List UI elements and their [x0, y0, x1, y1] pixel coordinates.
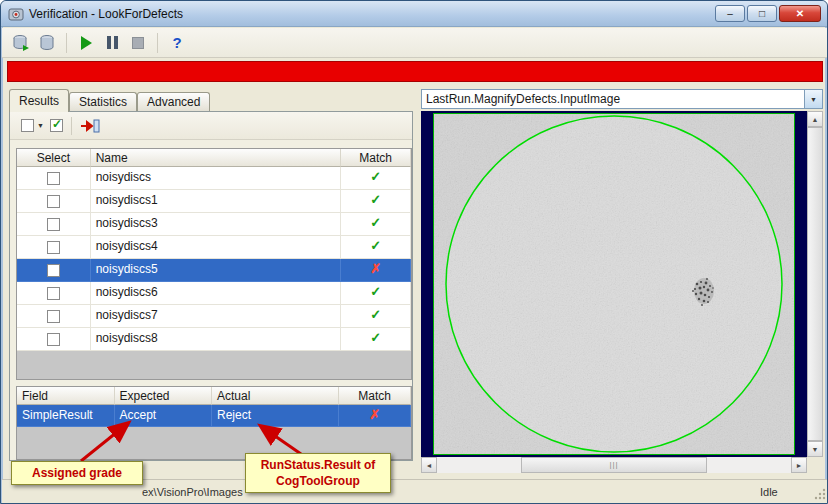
run-selected-records-button[interactable]: [77, 115, 103, 137]
status-state-text: Idle: [760, 486, 778, 498]
horizontal-scroll-thumb[interactable]: |||: [521, 457, 707, 473]
table-row[interactable]: noisydiscs8 ✓: [17, 328, 411, 351]
main-toolbar: ?: [2, 28, 828, 58]
record-name: noisydiscs4: [91, 236, 342, 259]
results-database-icon: [37, 33, 57, 53]
table-row[interactable]: noisydiscs4 ✓: [17, 236, 411, 259]
scroll-right-icon: ►: [796, 462, 803, 469]
scroll-left-icon: ◄: [426, 462, 433, 469]
results-tab-page: ▼ Select Name Match noisydiscs ✓: [9, 111, 413, 461]
chevron-down-icon: ▼: [810, 96, 817, 103]
vertical-scroll-thumb[interactable]: [807, 127, 823, 441]
select-cell: [17, 282, 91, 305]
row-checkbox[interactable]: [47, 218, 60, 231]
match-cell: ✓: [341, 190, 411, 213]
expected-value: Accept: [115, 405, 213, 427]
table-row[interactable]: noisydiscs ✓: [17, 167, 411, 190]
header-expected[interactable]: Expected: [115, 387, 213, 405]
maximize-button[interactable]: □: [747, 5, 777, 22]
tab-statistics[interactable]: Statistics: [69, 92, 137, 112]
app-icon: [8, 6, 24, 22]
checked-checkbox-icon: [50, 119, 63, 132]
match-cell: ✓: [341, 305, 411, 328]
pause-button[interactable]: [99, 31, 125, 55]
match-mark-icon: ✓: [370, 307, 381, 322]
help-icon: ?: [172, 34, 181, 51]
row-checkbox[interactable]: [47, 264, 60, 277]
close-button[interactable]: ✕: [779, 5, 821, 22]
horizontal-scrollbar[interactable]: ◄ ||| ►: [421, 457, 807, 473]
resize-grip[interactable]: [814, 488, 826, 502]
scroll-left-button[interactable]: ◄: [421, 457, 437, 473]
match-mark-icon: ✓: [370, 169, 381, 184]
combo-value: LastRun.MagnifyDefects.InputImage: [426, 92, 620, 106]
detail-row-selected[interactable]: SimpleResult Accept Reject ✗: [17, 405, 411, 427]
stop-icon: [132, 37, 144, 49]
select-all-dropdown-button[interactable]: ▼: [18, 115, 47, 137]
match-cell: ✓: [341, 167, 411, 190]
image-view-selector[interactable]: LastRun.MagnifyDefects.InputImage ▼: [421, 89, 823, 109]
run-button[interactable]: [73, 31, 99, 55]
match-mark-icon: ✓: [370, 215, 381, 230]
image-database-button[interactable]: [8, 31, 34, 55]
check-selected-button[interactable]: [47, 115, 66, 137]
tab-results[interactable]: Results: [9, 89, 69, 112]
scroll-up-icon: ▲: [812, 116, 819, 123]
table-row[interactable]: noisydiscs3 ✓: [17, 213, 411, 236]
match-cell: ✗: [341, 259, 411, 282]
table-row[interactable]: noisydiscs7 ✓: [17, 305, 411, 328]
help-button[interactable]: ?: [164, 31, 190, 55]
chevron-down-icon: ▼: [37, 122, 44, 129]
record-name: noisydiscs7: [91, 305, 342, 328]
results-table-header: Select Name Match: [17, 149, 411, 167]
checkbox-icon: [21, 119, 34, 132]
image-display[interactable]: [421, 111, 807, 457]
row-checkbox[interactable]: [47, 195, 60, 208]
match-mark-icon: ✗: [369, 407, 380, 422]
run-records-icon: [80, 118, 100, 134]
minimize-button[interactable]: –: [715, 5, 745, 22]
detail-table-header: Field Expected Actual Match: [17, 387, 411, 405]
scroll-right-button[interactable]: ►: [791, 457, 807, 473]
row-checkbox[interactable]: [47, 241, 60, 254]
results-table: Select Name Match noisydiscs ✓ noisydisc…: [16, 148, 412, 380]
title-bar[interactable]: Verification - LookForDefects – □ ✕: [1, 1, 827, 27]
header-select[interactable]: Select: [17, 149, 91, 167]
header-name[interactable]: Name: [91, 149, 342, 167]
tab-advanced[interactable]: Advanced: [137, 92, 210, 112]
match-cell: ✓: [341, 236, 411, 259]
row-checkbox[interactable]: [47, 310, 60, 323]
vertical-scrollbar[interactable]: ▲ ▼: [807, 111, 823, 457]
header-field[interactable]: Field: [17, 387, 115, 405]
record-name: noisydiscs8: [91, 328, 342, 351]
table-row[interactable]: noisydiscs6 ✓: [17, 282, 411, 305]
field-name: SimpleResult: [17, 405, 115, 427]
combo-dropdown-button[interactable]: ▼: [804, 90, 822, 108]
tab-strip: Results Statistics Advanced: [9, 89, 210, 112]
scroll-down-button[interactable]: ▼: [807, 441, 823, 457]
callout-runstatus: RunStatus.Result of CogToolGroup: [245, 453, 391, 493]
actual-value: Reject: [212, 405, 339, 427]
row-checkbox[interactable]: [47, 287, 60, 300]
header-match[interactable]: Match: [339, 387, 411, 405]
select-cell: [17, 259, 91, 282]
record-name: noisydiscs1: [91, 190, 342, 213]
play-icon: [81, 36, 92, 50]
window-controls: – □ ✕: [715, 5, 821, 22]
scroll-up-button[interactable]: ▲: [807, 111, 823, 127]
header-actual[interactable]: Actual: [212, 387, 339, 405]
select-cell: [17, 213, 91, 236]
results-database-button[interactable]: [34, 31, 60, 55]
select-cell: [17, 305, 91, 328]
app-window: Verification - LookForDefects – □ ✕ ? Re…: [0, 0, 828, 504]
header-match[interactable]: Match: [341, 149, 411, 167]
table-row-selected[interactable]: noisydiscs5 ✗: [17, 259, 411, 282]
fail-status-strip: [7, 61, 823, 82]
field-detail-table: Field Expected Actual Match SimpleResult…: [16, 386, 412, 460]
toolbar-separator: [71, 117, 72, 135]
stop-button[interactable]: [125, 31, 151, 55]
row-checkbox[interactable]: [47, 172, 60, 185]
row-checkbox[interactable]: [47, 333, 60, 346]
table-row[interactable]: noisydiscs1 ✓: [17, 190, 411, 213]
match-cell: ✗: [339, 405, 411, 427]
